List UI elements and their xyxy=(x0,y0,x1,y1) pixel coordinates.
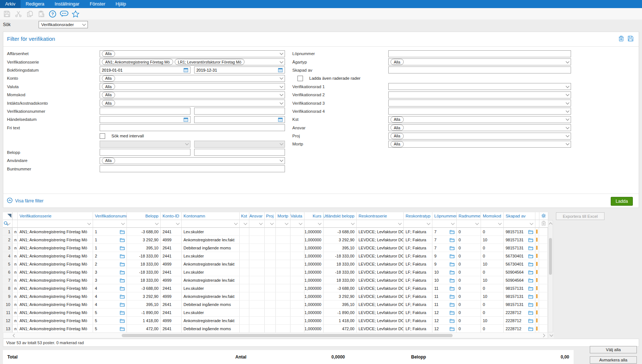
export-to-excel-button[interactable]: Exportera till Excel xyxy=(556,212,604,220)
load-button[interactable]: Ladda xyxy=(611,197,633,206)
open-document-folder-icon[interactable] xyxy=(450,286,454,291)
verifikationsnummer-input-field-1[interactable] xyxy=(102,109,188,113)
belopp-input-2[interactable] xyxy=(194,149,285,156)
open-document-folder-icon[interactable] xyxy=(120,286,125,291)
open-document-folder-icon[interactable] xyxy=(450,262,454,266)
verifikationsnummer-input-2[interactable] xyxy=(194,108,285,115)
open-document-folder-icon[interactable] xyxy=(450,327,454,331)
favorite-icon[interactable] xyxy=(71,9,80,19)
column-filter-mortp[interactable] xyxy=(276,220,290,228)
open-document-folder-icon[interactable] xyxy=(528,286,533,291)
column-filter-belopp[interactable] xyxy=(127,220,161,228)
konto-combo[interactable]: Alla xyxy=(100,75,285,82)
intäkts-kostnadskonto-combo[interactable]: Alla xyxy=(100,100,285,107)
column-header-serie[interactable]: Verifikationsserie xyxy=(18,212,93,220)
open-document-folder-icon[interactable] xyxy=(450,270,454,274)
verifikationsrad-1-combo[interactable] xyxy=(388,83,571,90)
proj-combo[interactable]: Alla xyxy=(388,133,571,140)
mortp-combo[interactable]: Alla xyxy=(388,141,571,148)
open-document-folder-icon[interactable] xyxy=(450,238,454,242)
horizontal-scrollbar-thumb[interactable] xyxy=(122,334,453,337)
ägartyp-combo[interactable]: Alla xyxy=(388,58,571,65)
vertical-scrollbar[interactable] xyxy=(548,220,553,332)
column-filter-proj[interactable] xyxy=(265,220,276,228)
open-document-folder-icon[interactable] xyxy=(528,294,533,299)
open-document-folder-icon[interactable] xyxy=(528,246,533,250)
column-filter-radnr[interactable] xyxy=(457,220,481,228)
column-filter-ansvar[interactable] xyxy=(249,220,265,228)
open-document-folder-icon[interactable] xyxy=(120,262,125,266)
column-filter-resserie[interactable] xyxy=(357,220,404,228)
column-filter-momskod[interactable] xyxy=(481,220,504,228)
column-filter-serie[interactable] xyxy=(18,220,93,228)
open-document-folder-icon[interactable] xyxy=(528,302,533,307)
verifikationsrad-2-combo[interactable] xyxy=(388,91,571,98)
open-document-folder-icon[interactable] xyxy=(450,254,454,258)
calendar-icon[interactable] xyxy=(183,117,188,122)
column-filter-kst[interactable] xyxy=(240,220,249,228)
column-header-belopp[interactable]: Belopp xyxy=(127,212,161,220)
open-document-folder-icon[interactable] xyxy=(450,310,454,315)
skapad-av-input[interactable] xyxy=(388,66,571,73)
löpnummer-input[interactable] xyxy=(388,50,571,57)
verifikationsrad-4-combo[interactable] xyxy=(388,108,571,115)
column-filter-clip[interactable] xyxy=(535,220,539,228)
open-document-folder-icon[interactable] xyxy=(120,238,125,242)
table-row[interactable]: 12nAN1; Ankomstregistrering Företag Mö51… xyxy=(3,317,548,325)
open-document-folder-icon[interactable] xyxy=(528,230,533,234)
open-document-folder-icon[interactable] xyxy=(450,294,454,299)
menu-item-redigera[interactable]: Redigera xyxy=(21,0,50,8)
bokföringsdatum-date-field-2[interactable] xyxy=(196,68,278,72)
column-header-valuta[interactable]: Valuta xyxy=(290,212,304,220)
skapad-av-input-field[interactable] xyxy=(390,68,569,72)
belopp-input-1[interactable] xyxy=(100,149,190,156)
calendar-icon[interactable] xyxy=(183,68,188,72)
column-header-restyp[interactable]: Reskontratyp xyxy=(404,212,432,220)
open-document-folder-icon[interactable] xyxy=(528,327,533,331)
belopp-input-field-1[interactable] xyxy=(102,150,188,155)
table-row[interactable]: 11nAN1; Ankomstregistrering Företag Mö5-… xyxy=(3,309,548,317)
column-filter-n[interactable] xyxy=(13,220,18,228)
column-header-radnr[interactable]: Radnummer xyxy=(457,212,481,220)
ansvar-combo[interactable]: Alla xyxy=(388,124,571,131)
open-document-folder-icon[interactable] xyxy=(528,278,533,282)
column-filter-kontoid[interactable] xyxy=(161,220,182,228)
menu-item-arkiv[interactable]: Arkiv xyxy=(0,0,21,8)
horizontal-scrollbar[interactable] xyxy=(3,332,548,338)
save-filter-icon[interactable] xyxy=(628,36,634,43)
column-filter-nr[interactable] xyxy=(3,220,13,228)
column-header-resserie[interactable]: Reskontraserie xyxy=(357,212,404,220)
table-row[interactable]: 9nAN1; Ankomstregistrering Företag Mö43 … xyxy=(3,292,548,300)
menu-item-inställningar[interactable]: Inställningar xyxy=(50,0,85,8)
open-document-folder-icon[interactable] xyxy=(120,254,125,258)
händelsedatum-date-2[interactable] xyxy=(194,116,285,123)
column-header-clip[interactable] xyxy=(535,212,539,220)
table-row[interactable]: 6nAN1; Ankomstregistrering Företag Mö3-1… xyxy=(3,268,548,276)
open-document-folder-icon[interactable] xyxy=(120,270,125,274)
scroll-left-arrow[interactable] xyxy=(11,333,17,338)
column-header-vnr[interactable]: Verifikationsnummer xyxy=(93,212,127,220)
löpnummer-input-field[interactable] xyxy=(390,51,569,56)
table-row[interactable]: 1nAN1; Ankomstregistrering Företag Mö1-3… xyxy=(3,228,548,236)
table-row[interactable]: 7nAN1; Ankomstregistrering Företag Mö318… xyxy=(3,276,548,284)
open-document-folder-icon[interactable] xyxy=(120,327,125,331)
column-header-skapad[interactable]: Skapad av xyxy=(504,212,535,220)
open-document-folder-icon[interactable] xyxy=(528,254,533,258)
buntnummer-input[interactable] xyxy=(100,165,285,172)
deselect-all-button[interactable]: Avmarkera alla xyxy=(590,356,637,364)
select-all-corner-icon[interactable] xyxy=(7,214,11,218)
vertical-scrollbar-thumb[interactable] xyxy=(549,238,552,275)
column-settings-gear-icon[interactable] xyxy=(541,213,546,219)
select-all-button[interactable]: Välj alla xyxy=(590,346,637,353)
open-document-folder-icon[interactable] xyxy=(528,318,533,323)
open-document-folder-icon[interactable] xyxy=(450,246,454,250)
column-header-momskod[interactable]: Momskod xyxy=(481,212,504,220)
table-row[interactable]: 5nAN1; Ankomstregistrering Företag Mö218… xyxy=(3,260,548,268)
calendar-icon[interactable] xyxy=(278,117,283,122)
ladda-även-raderade-rader-checkbox[interactable] xyxy=(297,76,303,81)
show-fewer-filters-link[interactable]: Visa färre filter xyxy=(7,198,43,204)
column-filter-restyp[interactable] xyxy=(404,220,432,228)
column-filter-kontonamn[interactable] xyxy=(182,220,240,228)
column-header-mortp[interactable]: Mortp xyxy=(276,212,290,220)
fri-text-input[interactable] xyxy=(100,124,285,131)
